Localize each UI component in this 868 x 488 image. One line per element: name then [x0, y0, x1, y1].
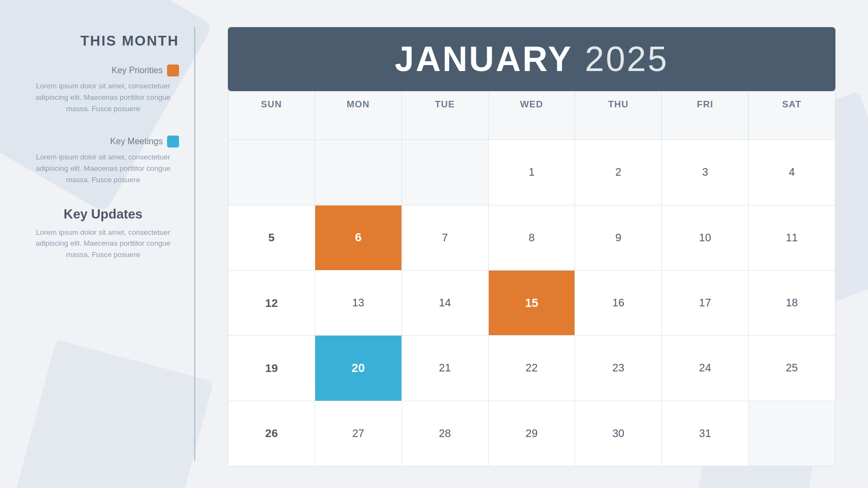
main-layout: THIS MONTH Key Priorities Lorem ipsum do…: [0, 0, 868, 488]
calendar-grid: SUN MON TUE WED THU FRI SAT 123456789101…: [228, 91, 835, 466]
day-cell: 15: [489, 271, 576, 336]
day-cell: 30: [575, 401, 662, 466]
key-priorities-desc: Lorem ipsum dolor sit amet, consectetuer…: [27, 81, 179, 115]
day-cell: 31: [662, 401, 749, 466]
day-cell: 5: [228, 206, 315, 271]
day-cell: 14: [402, 271, 489, 336]
day-header-thu: THU: [575, 92, 662, 140]
day-header-tue: TUE: [402, 92, 489, 140]
day-header-mon: MON: [315, 92, 402, 140]
day-cell: [228, 140, 315, 205]
day-cell: [315, 140, 402, 205]
day-cell: 1: [489, 140, 576, 205]
sidebar: THIS MONTH Key Priorities Lorem ipsum do…: [0, 0, 195, 488]
key-priorities-dot: [167, 65, 179, 76]
key-meetings-label-row: Key Meetings: [27, 136, 179, 147]
day-header-wed: WED: [489, 92, 576, 140]
sidebar-title: THIS MONTH: [27, 33, 179, 49]
day-cell: 17: [662, 271, 749, 336]
key-meetings-dot: [167, 136, 179, 147]
day-cell: 13: [315, 271, 402, 336]
day-header-sat: SAT: [749, 92, 835, 140]
key-priorities-label-row: Key Priorities: [27, 65, 179, 76]
day-cell: 20: [315, 336, 402, 401]
day-cell: 10: [662, 206, 749, 271]
day-cell: 26: [228, 401, 315, 466]
day-cell: 23: [575, 336, 662, 401]
key-updates-section: Key Updates Lorem ipsum dolor sit amet, …: [27, 207, 179, 271]
day-cell: [402, 140, 489, 205]
sidebar-divider: [194, 27, 195, 461]
day-cell: 22: [489, 336, 576, 401]
day-cell: 25: [749, 336, 835, 401]
day-cell: 2: [575, 140, 662, 205]
day-cell: 8: [489, 206, 576, 271]
day-cell: 21: [402, 336, 489, 401]
day-cell: 19: [228, 336, 315, 401]
key-priorities-label: Key Priorities: [112, 66, 163, 75]
day-cell: 3: [662, 140, 749, 205]
calendar-area: JANUARY 2025 SUN MON TUE WED THU FRI SAT…: [195, 0, 868, 488]
key-updates-title: Key Updates: [27, 207, 179, 222]
day-cell: 12: [228, 271, 315, 336]
day-cell: 4: [749, 140, 835, 205]
month-year: 2025: [585, 40, 668, 79]
month-header: JANUARY 2025: [228, 27, 835, 91]
key-meetings-label: Key Meetings: [110, 137, 163, 146]
day-cell: 11: [749, 206, 835, 271]
day-header-fri: FRI: [662, 92, 749, 140]
key-meetings-desc: Lorem ipsum dolor sit amet, consectetuer…: [27, 152, 179, 186]
key-meetings-section: Key Meetings Lorem ipsum dolor sit amet,…: [27, 136, 179, 196]
key-priorities-section: Key Priorities Lorem ipsum dolor sit ame…: [27, 65, 179, 125]
day-cell: 7: [402, 206, 489, 271]
key-updates-desc: Lorem ipsum dolor sit amet, consectetuer…: [27, 227, 179, 261]
day-cell: 6: [315, 206, 402, 271]
day-cell: 24: [662, 336, 749, 401]
day-cell: [749, 401, 835, 466]
day-cell: 28: [402, 401, 489, 466]
day-cell: 29: [489, 401, 576, 466]
day-cell: 27: [315, 401, 402, 466]
month-name: JANUARY: [395, 40, 573, 79]
day-cell: 9: [575, 206, 662, 271]
day-header-sun: SUN: [228, 92, 315, 140]
day-cell: 18: [749, 271, 835, 336]
day-cell: 16: [575, 271, 662, 336]
